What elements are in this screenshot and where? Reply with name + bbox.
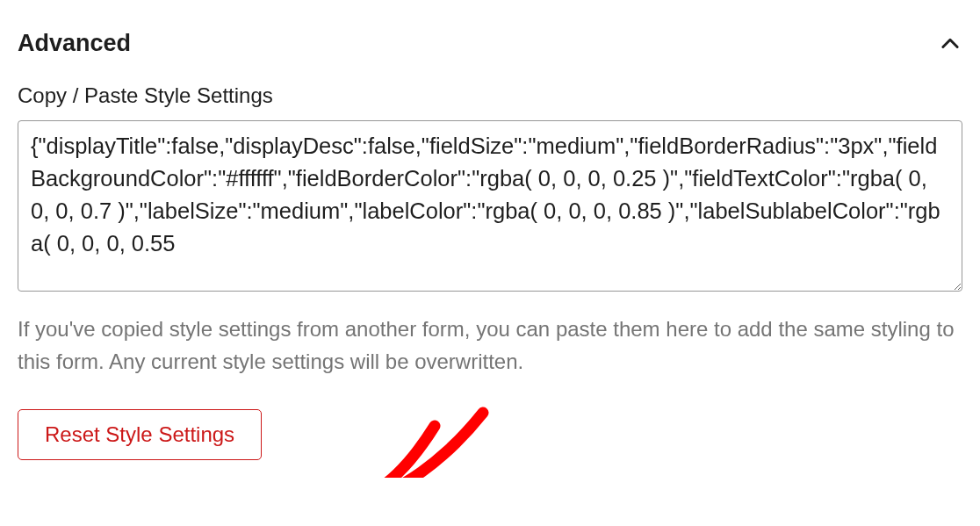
copy-paste-label: Copy / Paste Style Settings [18, 83, 962, 108]
reset-style-settings-button[interactable]: Reset Style Settings [18, 409, 262, 460]
advanced-accordion-header[interactable]: Advanced [18, 18, 962, 83]
copy-paste-style-textarea[interactable]: {"displayTitle":false,"displayDesc":fals… [18, 120, 962, 292]
copy-paste-help-text: If you've copied style settings from ano… [18, 313, 962, 378]
chevron-up-icon [938, 32, 962, 56]
advanced-title: Advanced [18, 30, 131, 57]
advanced-section: Advanced Copy / Paste Style Settings {"d… [18, 18, 962, 460]
annotation-arrow-icon [316, 408, 501, 478]
